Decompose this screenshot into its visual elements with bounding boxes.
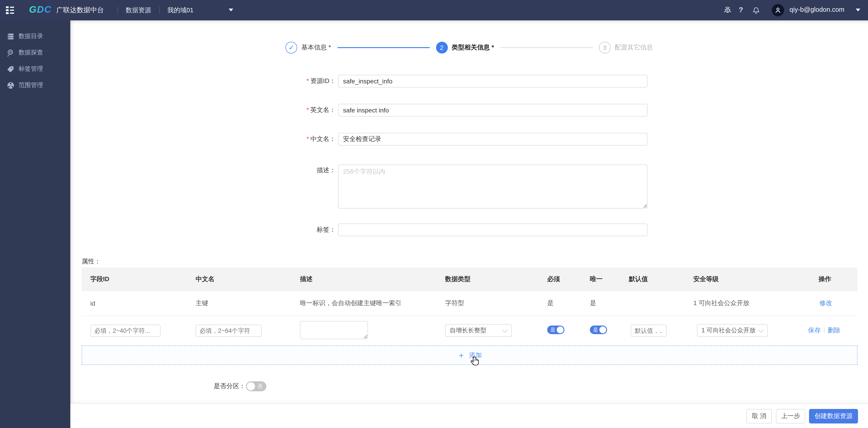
sidebar-item-tag-manage[interactable]: 标签管理 [0,61,70,77]
user-email[interactable]: qiy-b@glodon.com [789,6,844,13]
tag-manage-icon [7,65,14,73]
sidebar-item-label: 标签管理 [19,65,43,73]
nav-item-data-resource[interactable]: 数据资源 [126,6,151,14]
table-header-row: 字段ID 中文名 描述 数据类型 必须 唯一 默认值 安全等级 操作 [82,267,858,291]
column-header-field-id: 字段ID [82,275,195,283]
sidebar-item-data-explore[interactable]: 数据探查 [0,44,70,61]
form-row-resource-id: *资源ID： [70,75,868,88]
step-other-config[interactable]: 3 配置其它信息 [599,42,653,54]
field-label: 资源ID： [310,77,336,84]
chinese-name-input[interactable] [338,133,648,145]
edit-default-input[interactable] [631,324,666,337]
edit-field-id-input[interactable] [90,324,161,337]
security-value: 1 可向社会公众开放 [702,326,756,335]
navbar-divider [159,7,160,13]
form-row-chinese-name: *中文名： [70,133,868,145]
user-avatar[interactable] [772,4,784,16]
form-row-description: 描述： [70,165,868,208]
partition-row: 是否分区： 否 [70,381,868,391]
data-catalog-icon [7,32,14,40]
cell-description: 唯一标识，会自动创建主键唯一索引 [300,299,445,307]
column-header-cn-name: 中文名 [195,275,300,283]
column-header-default: 默认值 [629,275,693,283]
toggle-label: 是 [593,327,598,333]
edit-unique-toggle[interactable]: 是 [590,326,607,334]
plus-icon: ＋ [457,350,465,360]
description-textarea[interactable] [338,165,648,208]
help-icon[interactable]: ? [739,6,746,13]
cell-required: 是 [547,299,590,307]
edit-cn-name-input[interactable] [195,324,262,337]
step-number: 2 [436,42,447,54]
table-edit-row: 自增长长整型 是 是 1 可向社会公众开放 保存删除 [82,316,858,345]
step-connector [500,47,593,48]
column-header-security: 安全等级 [693,275,808,283]
attributes-section-label: 属性： [82,258,101,266]
sidebar: 数据目录 数据探查 标签管理 范围管理 [0,21,70,428]
toggle-knob [557,326,563,333]
tags-input[interactable] [338,224,648,236]
chevron-down-icon [502,328,508,333]
cell-field-id: id [82,300,195,307]
step-basic-info[interactable]: ✓ 基本信息 * [285,42,331,54]
column-header-required: 必须 [547,275,590,283]
toggle-label: 是 [550,327,555,333]
sidebar-item-label: 范围管理 [19,81,43,89]
edit-security-select[interactable]: 1 可向社会公众开放 [697,324,768,337]
step-label: 类型相关信息 * [452,43,494,52]
attributes-table: 字段ID 中文名 描述 数据类型 必须 唯一 默认值 安全等级 操作 id 主键… [82,267,858,345]
notification-bell-icon[interactable] [752,6,760,14]
top-navbar: GDC 广联达数据中台 数据资源 我的域01 ? qiy-b@glodon.co… [0,0,868,21]
domain-selector[interactable]: 我的域01 [167,6,193,14]
column-header-unique: 唯一 [590,275,629,283]
table-row: id 主键 唯一标识，会自动创建主键唯一索引 字符型 是 是 1 可向社会公众开… [82,291,858,316]
footer-bar: 取 消 上一步 创建数据资源 [70,403,868,428]
sidebar-item-label: 数据目录 [19,32,43,40]
field-label: 中文名： [310,135,336,142]
required-mark: * [307,106,309,113]
column-header-description: 描述 [300,275,445,283]
cell-data-type: 字符型 [445,299,547,307]
edit-description-textarea[interactable] [300,321,368,339]
cancel-button[interactable]: 取 消 [746,409,772,424]
previous-step-button[interactable]: 上一步 [776,409,805,424]
data-explore-icon [7,49,14,57]
user-menu-caret-icon[interactable] [856,9,860,11]
modify-link[interactable]: 修改 [819,299,832,306]
navbar-divider [118,7,118,13]
edit-required-toggle[interactable]: 是 [547,326,564,334]
sidebar-item-scope-manage[interactable]: 范围管理 [0,77,70,93]
cell-unique: 是 [590,299,629,307]
delete-link[interactable]: 删除 [828,326,840,334]
bug-report-icon[interactable] [724,6,732,14]
data-type-value: 自增长长整型 [450,326,487,335]
create-data-resource-button[interactable]: 创建数据资源 [809,409,858,424]
toggle-label: 否 [257,383,263,390]
chevron-down-icon [758,328,764,333]
cell-cn-name: 主键 [195,299,300,307]
form-row-english-name: *英文名： [70,104,868,117]
step-label: 配置其它信息 [615,43,653,52]
edit-data-type-select[interactable]: 自增长长整型 [445,324,512,337]
field-label: 描述： [317,166,336,174]
sidebar-item-label: 数据探查 [19,48,43,57]
required-mark: * [307,77,309,84]
domain-caret-icon[interactable] [229,9,233,11]
required-mark: * [307,135,309,142]
save-link[interactable]: 保存 [808,326,821,334]
english-name-input[interactable] [338,104,648,117]
sidebar-item-data-catalog[interactable]: 数据目录 [0,28,70,44]
step-connector [337,47,430,48]
step-indicator: ✓ 基本信息 * 2 类型相关信息 * 3 配置其它信息 [70,42,868,54]
partition-toggle[interactable]: 否 [246,381,266,391]
mouse-cursor-icon [470,356,481,367]
step-check-icon: ✓ [285,42,297,54]
step-type-info[interactable]: 2 类型相关信息 * [436,42,494,54]
form-row-tags: 标签： [70,224,868,236]
toggle-knob [247,382,255,390]
apps-menu-icon[interactable] [6,6,14,14]
app-window: GDC 广联达数据中台 数据资源 我的域01 ? qiy-b@glodon.co… [0,0,868,428]
column-header-actions: 操作 [808,275,858,283]
add-attribute-button[interactable]: ＋ 添加 [82,345,858,365]
resource-id-input[interactable] [338,75,648,88]
